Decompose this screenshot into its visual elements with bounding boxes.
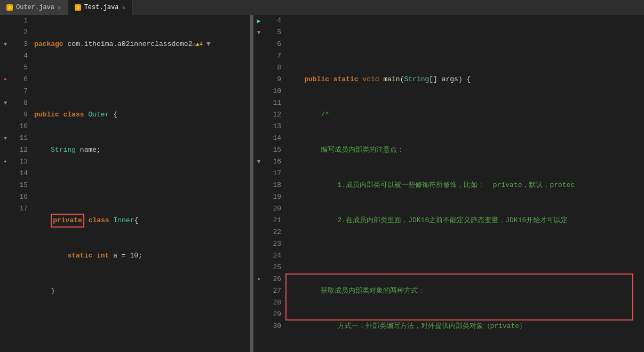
tab-test-close[interactable]: ✕	[122, 4, 125, 11]
right-gutter-18	[253, 179, 264, 191]
right-gutter-27	[253, 285, 264, 297]
gutter-12	[0, 144, 11, 156]
right-gutter-23	[253, 238, 264, 250]
gutter-14	[0, 168, 11, 179]
left-line-9	[34, 320, 250, 332]
left-line-3: public class Outer {	[34, 109, 250, 121]
right-gutter: ▶ ▼ ▼	[253, 15, 264, 352]
gutter-9	[0, 109, 11, 121]
gutter-5	[0, 62, 11, 74]
tabs-bar: J Outer.java ✕ J Test.java ✕	[0, 0, 644, 15]
gutter-17	[0, 203, 11, 215]
gutter-15	[0, 179, 11, 191]
right-gutter-11	[253, 97, 264, 109]
highlight-box	[285, 273, 633, 320]
left-line-8: }	[34, 285, 250, 297]
right-gutter-10	[253, 85, 264, 97]
right-gutter-21	[253, 215, 264, 226]
right-gutter-17	[253, 168, 264, 179]
right-gutter-7	[253, 50, 264, 62]
right-code-content[interactable]: public static void main(String[] args) {…	[285, 15, 644, 352]
right-gutter-13	[253, 121, 264, 132]
gutter-2	[0, 27, 11, 38]
right-line-8: 2.在成员内部类里面，JDK16之前不能定义静态变量，JDK16开始才可以定	[288, 215, 644, 226]
tab-test[interactable]: J Test.java ✕	[68, 0, 132, 15]
right-gutter-14	[253, 132, 264, 144]
gutter-16	[0, 191, 11, 203]
right-gutter-28	[253, 297, 264, 309]
right-gutter-12	[253, 109, 264, 121]
gutter-10	[0, 121, 11, 132]
right-gutter-5: ▼	[253, 27, 264, 38]
gutter-11: ▼	[0, 132, 11, 144]
right-editor-pane: ▶ ▼ ▼	[253, 15, 644, 352]
editors-wrapper: ▼ ● ▼ ▼ ● 1 2 3 4	[0, 15, 644, 352]
left-gutter: ▼ ● ▼ ▼ ●	[0, 15, 11, 352]
gutter-3: ▼	[0, 38, 11, 50]
right-line-10: 获取成员内部类对象的两种方式：	[288, 285, 644, 297]
right-code-area[interactable]: ▶ ▼ ▼	[253, 15, 644, 352]
right-gutter-16: ▼	[253, 156, 264, 168]
left-code-area[interactable]: ▼ ● ▼ ▼ ● 1 2 3 4	[0, 15, 250, 352]
right-gutter-24	[253, 250, 264, 262]
right-line-9	[288, 250, 644, 262]
gutter-7	[0, 85, 11, 97]
tab-outer[interactable]: J Outer.java ✕	[0, 0, 68, 15]
right-line-7: 1.成员内部类可以被一些修饰符所修饰，比如： private，默认，protec	[288, 179, 644, 191]
left-line-6: private class Inner{	[34, 215, 250, 226]
left-line-5	[34, 179, 250, 191]
left-editor-pane: ▼ ● ▼ ▼ ● 1 2 3 4	[0, 15, 251, 352]
right-gutter-22	[253, 226, 264, 238]
right-gutter-8	[253, 62, 264, 74]
gutter-13: ●	[0, 156, 11, 168]
left-code-content[interactable]: package com.itheima.a02innerclassdemo2⚠▲…	[32, 15, 250, 352]
right-gutter-15	[253, 144, 264, 156]
left-line-4: String name;	[34, 144, 250, 156]
left-line-7: static int a = 10;	[34, 250, 250, 262]
right-gutter-29	[253, 309, 264, 320]
right-gutter-20	[253, 203, 264, 215]
gutter-1	[0, 15, 11, 27]
right-gutter-6	[253, 38, 264, 50]
gutter-8: ▼	[0, 97, 11, 109]
java-file-icon-test: J	[75, 4, 81, 11]
tab-outer-close[interactable]: ✕	[58, 4, 61, 11]
left-line-1: package com.itheima.a02innerclassdemo2⚠▲…	[34, 38, 250, 50]
right-line-numbers: 4 5 6 7 8 9 10 11 12 13 14 15 16 17 18 1…	[264, 15, 285, 352]
right-gutter-9	[253, 74, 264, 85]
gutter-6: ●	[0, 74, 11, 85]
right-gutter-4: ▶	[253, 15, 264, 27]
right-gutter-25	[253, 262, 264, 273]
right-gutter-26: ●	[253, 273, 264, 285]
right-gutter-19	[253, 191, 264, 203]
right-gutter-30	[253, 320, 264, 332]
right-line-11: 方式一：外部类编写方法，对外提供内部类对象（private）	[288, 320, 644, 332]
tab-test-label: Test.java	[84, 4, 119, 11]
left-line-2	[34, 74, 250, 85]
tab-outer-label: Outer.java	[16, 4, 54, 11]
right-line-6: 编写成员内部类的注意点：	[288, 144, 644, 156]
right-line-4: public static void main(String[] args) {	[288, 74, 644, 85]
gutter-4	[0, 50, 11, 62]
java-file-icon: J	[6, 4, 13, 11]
left-line-numbers: 1 2 3 4 5 6 7 8 9 10 11 12 13 14 15 16 1…	[11, 15, 32, 352]
right-line-5: /*	[288, 109, 644, 121]
